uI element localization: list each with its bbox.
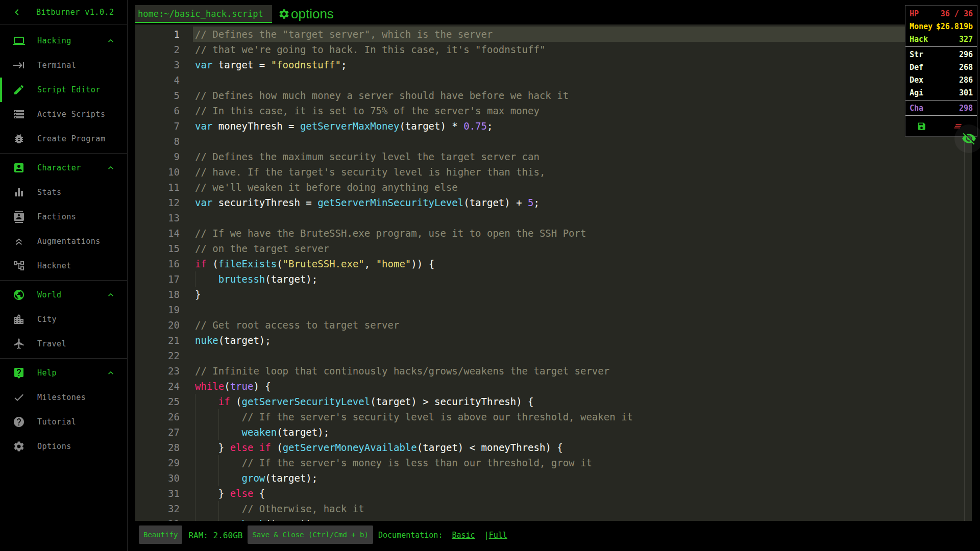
indent-guide xyxy=(195,470,195,486)
sidebar-item-hacking[interactable]: Hacking xyxy=(0,29,127,53)
save-close-button[interactable]: Save & Close (Ctrl/Cmd + b) xyxy=(248,525,373,544)
sidebar-item-tutorial[interactable]: Tutorial xyxy=(0,410,127,434)
chevron-up-icon xyxy=(106,290,116,300)
indent-guide xyxy=(218,516,219,521)
sidebar-item-label: Script Editor xyxy=(37,85,101,94)
line-number: 1 xyxy=(135,27,180,42)
stat-label: Cha xyxy=(910,104,923,113)
stat-label: Def xyxy=(910,63,923,72)
stat-label: HP xyxy=(910,9,919,18)
indent-guide xyxy=(195,424,195,440)
line-number: 7 xyxy=(135,118,180,134)
line-number: 11 xyxy=(135,180,180,195)
code-line-18: 18} xyxy=(135,287,972,302)
line-number: 31 xyxy=(135,486,180,501)
indent-guide xyxy=(195,440,195,455)
sidebar-item-label: Character xyxy=(37,163,81,172)
sidebar-item-augmentations[interactable]: Augmentations xyxy=(0,229,127,254)
sidebar-item-script-editor[interactable]: Script Editor xyxy=(0,78,127,102)
tab-label: home:~/basic_hack.script xyxy=(135,9,263,19)
line-number: 20 xyxy=(135,317,180,333)
sidebar-item-world[interactable]: World xyxy=(0,283,127,307)
editor-options-button[interactable]: options xyxy=(278,7,334,20)
chevron-up-icon xyxy=(106,368,116,378)
doc-basic-link[interactable]: Basic xyxy=(452,531,475,540)
sidebar-item-label: Stats xyxy=(37,188,62,197)
line-number: 12 xyxy=(135,195,180,210)
gear-icon xyxy=(278,8,290,20)
chevron-left-icon[interactable] xyxy=(11,6,23,18)
documentation-links: Documentation: Basic |Full xyxy=(378,531,507,540)
code-editor[interactable]: 1// Defines the "target server", which i… xyxy=(135,24,972,521)
code-line-23: 23// Infinite loop that continously hack… xyxy=(135,363,972,379)
stat-value: 298 xyxy=(959,104,973,113)
sidebar-item-milestones[interactable]: Milestones xyxy=(0,385,127,410)
sidebar-item-hacknet[interactable]: Hacknet xyxy=(0,254,127,278)
line-number: 15 xyxy=(135,241,180,256)
save-icon[interactable] xyxy=(917,121,926,131)
ram-usage-label: RAM: 2.60GB xyxy=(188,531,242,540)
laptop-icon xyxy=(13,35,25,47)
overview-divider xyxy=(905,100,977,101)
line-number: 19 xyxy=(135,302,180,317)
sidebar-item-active-scripts[interactable]: Active Scripts xyxy=(0,102,127,127)
sidebar-item-factions[interactable]: Factions xyxy=(0,205,127,229)
indent-guide xyxy=(195,394,195,409)
line-number: 6 xyxy=(135,103,180,118)
sidebar-menu: HackingTerminalScript EditorActive Scrip… xyxy=(0,24,127,459)
live-help-icon xyxy=(13,367,25,379)
line-number: 5 xyxy=(135,88,180,103)
person-badge-icon xyxy=(13,162,25,174)
code-line-22: 22 xyxy=(135,348,972,363)
sidebar-item-character[interactable]: Character xyxy=(0,156,127,180)
stat-row-dex: Dex286 xyxy=(905,73,977,86)
sidebar-divider xyxy=(0,280,127,281)
stat-label: Hack xyxy=(910,35,928,44)
stat-row-hp: HP36 / 36 xyxy=(905,7,977,20)
indent-guide xyxy=(195,501,195,516)
overview-divider xyxy=(905,46,977,47)
sidebar-item-label: Factions xyxy=(37,212,76,221)
line-number: 10 xyxy=(135,164,180,180)
beautify-button[interactable]: Beautify xyxy=(139,525,182,544)
sidebar-item-label: Travel xyxy=(37,339,66,348)
code-line-11: 11// we'll weaken it before doing anythi… xyxy=(135,180,972,195)
code-line-15: 15// on the target server xyxy=(135,241,972,256)
pencil-icon xyxy=(13,84,25,96)
sidebar-item-label: World xyxy=(37,290,62,299)
line-number: 13 xyxy=(135,210,180,226)
sidebar-item-stats[interactable]: Stats xyxy=(0,180,127,205)
stat-row-agi: Agi301 xyxy=(905,86,977,99)
code-line-32: 32// Otherwise, hack it xyxy=(135,501,972,516)
sidebar-item-terminal[interactable]: Terminal xyxy=(0,53,127,78)
chevron-up-icon xyxy=(106,36,116,46)
character-overview-panel[interactable]: HP36 / 36Money$26.819bHack327Str296Def26… xyxy=(905,5,977,137)
sidebar-item-options[interactable]: Options xyxy=(0,434,127,459)
doc-full-link[interactable]: Full xyxy=(489,531,507,540)
code-line-9: 9// Defines the maximum security level t… xyxy=(135,149,972,164)
indent-guide xyxy=(218,470,219,486)
indent-guide xyxy=(218,409,219,424)
sidebar-item-city[interactable]: City xyxy=(0,307,127,332)
sidebar-item-label: Help xyxy=(37,368,57,378)
chevron-up-icon xyxy=(106,163,116,173)
line-number: 28 xyxy=(135,440,180,455)
tab-basic-hack-script[interactable]: home:~/basic_hack.script xyxy=(135,5,272,23)
line-number: 3 xyxy=(135,57,180,72)
overview-divider xyxy=(905,115,977,116)
sidebar-item-travel[interactable]: Travel xyxy=(0,332,127,356)
stat-value: 301 xyxy=(959,88,973,97)
code-line-29: 29// If the server's money is less than … xyxy=(135,455,972,470)
code-line-25: 25if (getServerSecurityLevel(target) > s… xyxy=(135,394,972,409)
code-line-16: 16if (fileExists("BruteSSH.exe", "home")… xyxy=(135,256,972,271)
line-number: 26 xyxy=(135,409,180,424)
stat-label: Dex xyxy=(910,76,923,85)
eye-off-icon[interactable] xyxy=(962,131,976,146)
code-line-33: 33hack(target); xyxy=(135,516,972,521)
sidebar-item-create-program[interactable]: Create Program xyxy=(0,127,127,151)
indent-guide xyxy=(195,455,195,470)
sidebar-item-help[interactable]: Help xyxy=(0,361,127,385)
network-tree-icon xyxy=(13,260,25,272)
city-icon xyxy=(13,313,25,325)
line-number: 30 xyxy=(135,470,180,486)
